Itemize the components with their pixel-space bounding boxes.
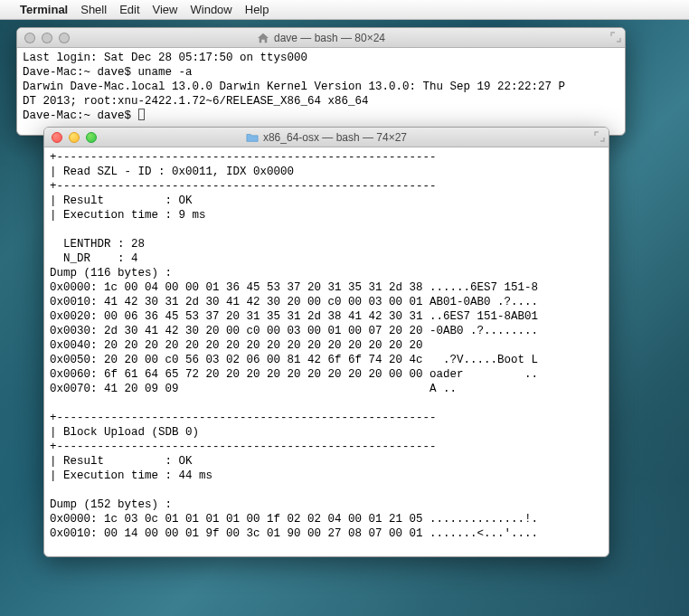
menu-edit[interactable]: Edit — [119, 3, 139, 16]
line: 0x0010: 41 42 30 31 2d 30 41 42 30 20 00… — [50, 296, 538, 308]
line: Dump (116 bytes) : — [50, 267, 172, 280]
line: | Result : OK — [50, 194, 193, 207]
menubar: Terminal Shell Edit View Window Help — [0, 0, 689, 20]
terminal-window-x86-64-osx[interactable]: x86_64-osx — bash — 74×27 +-------------… — [43, 127, 609, 557]
line: 0x0040: 20 20 20 20 20 20 20 20 20 20 20… — [50, 339, 423, 352]
line: +---------------------------------------… — [50, 180, 437, 193]
line: | Execution time : 44 ms — [50, 469, 212, 482]
line: Dave-Mac:~ dave$ uname -a — [23, 66, 193, 79]
line: N_DR : 4 — [50, 252, 138, 265]
fullscreen-icon[interactable] — [594, 131, 605, 142]
close-button[interactable] — [52, 132, 62, 143]
line: Darwin Dave-Mac.local 13.0.0 Darwin Kern… — [23, 81, 565, 93]
window-title: x86_64-osx — bash — 74×27 — [263, 131, 407, 144]
line: +---------------------------------------… — [50, 151, 437, 164]
menu-shell[interactable]: Shell — [80, 3, 107, 16]
line: +---------------------------------------… — [50, 412, 437, 424]
menu-view[interactable]: View — [153, 3, 178, 16]
folder-icon — [246, 132, 259, 143]
app-menu[interactable]: Terminal — [20, 3, 68, 16]
menu-help[interactable]: Help — [245, 3, 269, 16]
line: | Block Upload (SDB 0) — [50, 426, 199, 439]
line: 0x0050: 20 20 00 c0 56 03 02 06 00 81 42… — [50, 354, 538, 366]
menu-window[interactable]: Window — [191, 3, 232, 16]
line: LENTHDR : 28 — [50, 238, 145, 251]
line: Dump (152 bytes) : — [50, 498, 172, 511]
line: 0x0010: 00 14 00 00 01 9f 00 3c 01 90 00… — [50, 527, 538, 540]
traffic-lights — [44, 132, 97, 143]
line: 0x0020: 00 06 36 45 53 37 20 31 35 31 2d… — [50, 310, 538, 323]
window-title: dave — bash — 80×24 — [274, 32, 385, 44]
line: 0x0030: 2d 30 41 42 30 20 00 c0 00 03 00… — [50, 325, 538, 337]
cursor — [138, 109, 145, 120]
terminal-window-dave[interactable]: dave — bash — 80×24 Last login: Sat Dec … — [16, 27, 626, 136]
minimize-button[interactable] — [69, 132, 80, 143]
zoom-button[interactable] — [59, 33, 70, 43]
line: +---------------------------------------… — [50, 441, 437, 453]
minimize-button[interactable] — [42, 33, 52, 43]
titlebar[interactable]: dave — bash — 80×24 — [17, 28, 625, 48]
terminal-output[interactable]: +---------------------------------------… — [44, 147, 609, 544]
home-icon — [257, 33, 269, 43]
line: 0x0000: 1c 00 04 00 00 01 36 45 53 37 20… — [50, 281, 538, 294]
line: 0x0070: 41 20 09 09 A .. — [50, 383, 457, 395]
titlebar[interactable]: x86_64-osx — bash — 74×27 — [44, 128, 609, 147]
line: | Read SZL - ID : 0x0011, IDX 0x0000 — [50, 166, 294, 178]
line: | Execution time : 9 ms — [50, 209, 206, 222]
close-button[interactable] — [24, 33, 35, 43]
prompt-line: Dave-Mac:~ dave$ — [23, 109, 138, 122]
line: | Result : OK — [50, 455, 193, 468]
line: Last login: Sat Dec 28 05:17:50 on ttys0… — [23, 52, 307, 64]
line: 0x0000: 1c 03 0c 01 01 01 01 00 1f 02 02… — [50, 513, 538, 526]
line: DT 2013; root:xnu-2422.1.72~6/RELEASE_X8… — [23, 95, 369, 108]
fullscreen-icon[interactable] — [610, 32, 621, 43]
traffic-lights — [17, 33, 70, 43]
zoom-button[interactable] — [86, 132, 97, 143]
line: 0x0060: 6f 61 64 65 72 20 20 20 20 20 20… — [50, 368, 538, 381]
terminal-output[interactable]: Last login: Sat Dec 28 05:17:50 on ttys0… — [17, 48, 625, 126]
